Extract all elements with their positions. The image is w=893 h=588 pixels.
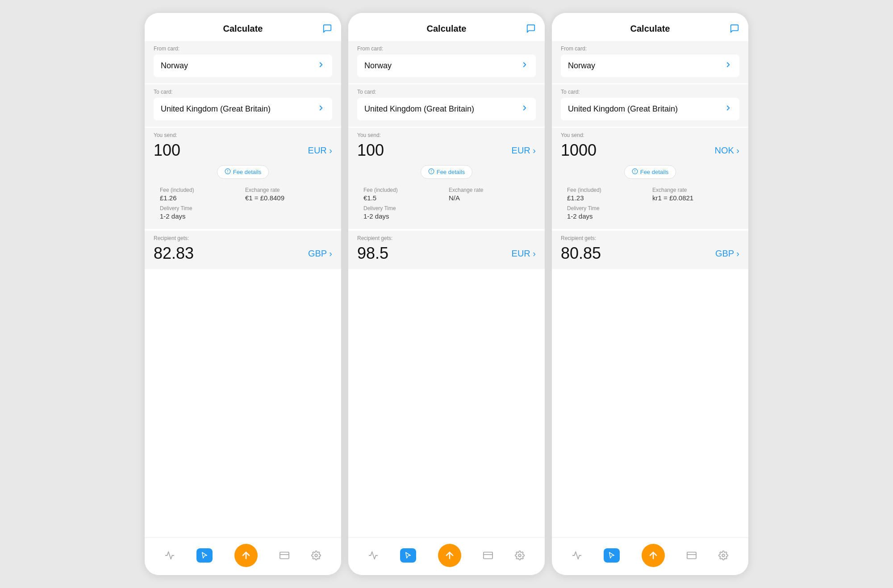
header-title: Calculate (630, 24, 670, 34)
phones-container: Calculate From card: Norway To card: Uni… (145, 13, 748, 575)
activity-icon[interactable] (572, 551, 582, 560)
exchange-rate-value: kr1 = £0.0821 (652, 194, 733, 202)
exchange-rate-label: Exchange rate (449, 187, 530, 193)
fee-details-label: Fee details (437, 169, 465, 175)
you-send-section: You send: 100 EUR › (145, 128, 341, 162)
send-fee-wrapper: You send: 100 EUR › Fee details (145, 128, 341, 229)
phone-content: Calculate From card: Norway To card: Uni… (552, 13, 748, 575)
from-card-row[interactable]: Norway (357, 54, 536, 77)
you-send-label: You send: (561, 132, 739, 138)
you-send-amount: 100 (154, 141, 180, 160)
from-card-chevron (521, 61, 529, 71)
to-card-label: To card: (357, 89, 536, 95)
you-send-row: 100 EUR › (357, 141, 536, 160)
spacer (145, 269, 341, 537)
upload-icon[interactable] (438, 544, 461, 567)
exchange-rate-value: N/A (449, 194, 530, 202)
to-card-row[interactable]: United Kingdom (Great Britain) (154, 98, 332, 120)
activity-icon[interactable] (165, 551, 175, 560)
to-card-chevron (317, 104, 325, 114)
recipient-currency[interactable]: GBP › (308, 248, 332, 259)
from-card-section: From card: Norway (145, 41, 341, 83)
to-card-row[interactable]: United Kingdom (Great Britain) (561, 98, 739, 120)
recipient-amount: 98.5 (357, 244, 388, 263)
you-send-currency[interactable]: EUR › (512, 145, 536, 156)
upload-icon[interactable] (642, 544, 665, 567)
recipient-amount: 80.85 (561, 244, 601, 263)
fee-details-label: Fee details (640, 169, 669, 175)
fee-details-label: Fee details (233, 169, 262, 175)
from-card-row[interactable]: Norway (561, 54, 739, 77)
recipient-label: Recipient gets: (561, 235, 739, 241)
recipient-section: Recipient gets: 82.83 GBP › (145, 231, 341, 269)
you-send-row: 100 EUR › (154, 141, 332, 160)
fee-included-value: £1.26 (160, 194, 241, 202)
spacer (348, 269, 545, 537)
cursor-icon[interactable] (400, 548, 416, 563)
you-send-currency[interactable]: NOK › (714, 145, 739, 156)
chat-icon[interactable] (322, 24, 332, 36)
you-send-section: You send: 1000 NOK › (552, 128, 748, 162)
recipient-section: Recipient gets: 98.5 EUR › (348, 231, 545, 269)
recipient-currency[interactable]: EUR › (512, 248, 536, 259)
to-card-label: To card: (154, 89, 332, 95)
bottom-nav (145, 537, 341, 575)
fee-box: Fee (included) £1.23 Exchange rate kr1 =… (561, 182, 739, 225)
phone-content: Calculate From card: Norway To card: Uni… (348, 13, 545, 575)
fee-details-container: Fee details (348, 165, 545, 179)
fee-included-label: Fee (included) (363, 187, 444, 193)
fee-included-label: Fee (included) (160, 187, 241, 193)
fee-details-button[interactable]: Fee details (421, 165, 473, 179)
recipient-currency[interactable]: GBP › (715, 248, 739, 259)
delivery-label: Delivery Time (567, 205, 733, 211)
phone-3: Calculate From card: Norway To card: Uni… (552, 13, 748, 575)
delivery-value: 1-2 days (363, 212, 530, 220)
exchange-rate-label: Exchange rate (245, 187, 326, 193)
upload-icon[interactable] (234, 544, 258, 567)
recipient-section: Recipient gets: 80.85 GBP › (552, 231, 748, 269)
from-card-value: Norway (364, 61, 392, 70)
bottom-nav (348, 537, 545, 575)
activity-icon[interactable] (368, 551, 378, 560)
card-icon[interactable] (483, 551, 493, 560)
fee-included-value: €1.5 (363, 194, 444, 202)
settings-icon[interactable] (311, 551, 321, 560)
settings-icon[interactable] (515, 551, 525, 560)
to-card-value: United Kingdom (Great Britain) (364, 104, 474, 114)
fee-details-button[interactable]: Fee details (624, 165, 676, 179)
phone-content: Calculate From card: Norway To card: Uni… (145, 13, 341, 575)
fee-details-button[interactable]: Fee details (217, 165, 269, 179)
fee-included-value: £1.23 (567, 194, 648, 202)
header-title: Calculate (223, 24, 263, 34)
recipient-label: Recipient gets: (357, 235, 536, 241)
card-icon[interactable] (280, 551, 289, 560)
you-send-currency[interactable]: EUR › (308, 145, 332, 156)
fee-included-group: Fee (included) £1.23 (567, 187, 648, 202)
svg-rect-18 (687, 552, 696, 559)
chat-icon[interactable] (526, 24, 536, 36)
exchange-rate-group: Exchange rate kr1 = £0.0821 (652, 187, 733, 202)
chat-icon[interactable] (730, 24, 739, 36)
fee-included-label: Fee (included) (567, 187, 648, 193)
fee-info-icon (428, 168, 434, 176)
cursor-icon[interactable] (196, 548, 213, 563)
exchange-rate-group: Exchange rate N/A (449, 187, 530, 202)
you-send-amount: 100 (357, 141, 384, 160)
fee-info-icon (225, 168, 231, 176)
to-card-row[interactable]: United Kingdom (Great Britain) (357, 98, 536, 120)
header: Calculate (348, 13, 545, 41)
fee-grid: Fee (included) €1.5 Exchange rate N/A (363, 187, 530, 202)
to-card-section: To card: United Kingdom (Great Britain) (552, 84, 748, 127)
from-card-label: From card: (357, 46, 536, 52)
header-title: Calculate (427, 24, 467, 34)
recipient-label: Recipient gets: (154, 235, 332, 241)
svg-rect-4 (280, 552, 289, 559)
header: Calculate (552, 13, 748, 41)
card-icon[interactable] (687, 551, 697, 560)
fee-grid: Fee (included) £1.26 Exchange rate €1 = … (160, 187, 326, 202)
svg-rect-11 (484, 552, 492, 559)
to-card-chevron (724, 104, 732, 114)
settings-icon[interactable] (718, 551, 728, 560)
from-card-row[interactable]: Norway (154, 54, 332, 77)
cursor-icon[interactable] (604, 548, 620, 563)
